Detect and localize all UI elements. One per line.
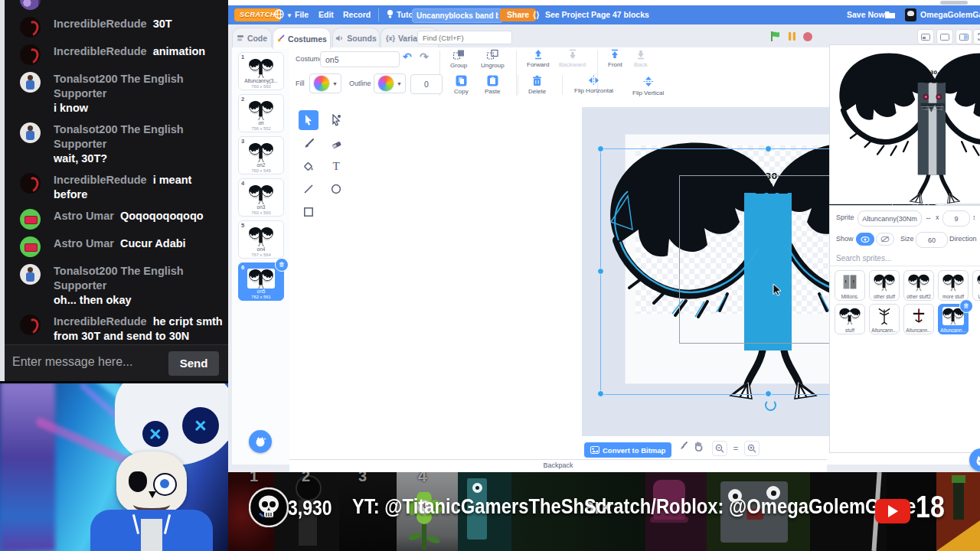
costume-name-input[interactable] (320, 51, 400, 67)
tab-code[interactable]: Code (232, 28, 272, 48)
selection-handle[interactable] (765, 145, 772, 152)
delete-button[interactable]: Delete (528, 75, 546, 95)
stage-preview[interactable] (829, 44, 980, 204)
back-button[interactable]: Back (634, 49, 648, 68)
avatar[interactable] (20, 236, 41, 257)
see-project-page-link[interactable]: See Project Page (545, 5, 610, 24)
send-button[interactable]: Send (168, 351, 219, 376)
costume-item-selected[interactable]: 6 on5 762 x 561 🗑 (238, 262, 284, 301)
user-avatar[interactable] (905, 8, 916, 21)
chat-username[interactable]: IncredibleRedude (54, 174, 147, 186)
selection-handle[interactable] (597, 390, 604, 397)
chat-username[interactable]: Tonalsot200 The English Supporter (54, 73, 184, 99)
avatar[interactable] (20, 173, 41, 194)
avatar[interactable] (20, 264, 41, 285)
sprite-card[interactable]: more stuff (938, 270, 969, 301)
canvas-pan-tools[interactable] (678, 441, 704, 452)
chat-message-list[interactable]: NoohLolis that a tiktok filter Incredibl… (5, 0, 228, 350)
hide-sprite-button[interactable] (876, 233, 894, 246)
flip-horizontal-button[interactable]: Flip Horizontal (574, 75, 613, 94)
sprite-name-input[interactable] (858, 210, 922, 227)
avatar[interactable] (20, 17, 41, 37)
sprite-card[interactable]: other stuff (869, 270, 900, 301)
chat-username[interactable]: IncredibleRedude (54, 18, 147, 30)
convert-to-bitmap-button[interactable]: Convert to Bitmap (584, 442, 671, 458)
selection-handle[interactable] (597, 145, 604, 152)
fill-tool[interactable] (299, 156, 318, 176)
add-costume-button[interactable]: + (249, 430, 272, 453)
circle-tool[interactable] (326, 179, 346, 199)
show-sprite-button[interactable] (856, 233, 874, 246)
project-title-input[interactable] (412, 8, 503, 23)
menu-file[interactable]: File (295, 5, 309, 24)
find-input[interactable] (417, 31, 512, 44)
forward-button[interactable]: Forward (527, 49, 549, 68)
chat-username[interactable]: Astro Umar (54, 237, 114, 249)
eraser-tool[interactable] (326, 133, 346, 153)
brush-tool[interactable] (299, 133, 318, 153)
costume-item[interactable]: 3 on2 760 x 549 (238, 136, 284, 174)
tab-sounds[interactable]: Sounds (332, 28, 380, 48)
fill-color-picker[interactable]: ▼ (309, 73, 341, 93)
avatar[interactable] (20, 72, 41, 93)
menu-edit[interactable]: Edit (318, 5, 334, 24)
fullscreen-button[interactable] (973, 29, 980, 44)
costume-item[interactable]: 4 on3 760 x 560 (238, 178, 284, 217)
menu-record[interactable]: Record (343, 5, 371, 24)
sprite-card-selected[interactable]: Altuncann... 🗑 (938, 304, 969, 334)
small-stage-button[interactable] (917, 29, 934, 44)
tab-costumes[interactable]: Costumes (273, 28, 331, 49)
chat-username[interactable]: Tonalsot200 The English Supporter (54, 265, 184, 292)
sprite-card[interactable]: other stuff2 (903, 270, 934, 301)
x-input[interactable] (942, 210, 970, 227)
outline-color-picker[interactable]: ▼ (374, 73, 406, 93)
sprite-card[interactable]: Altuncann... (869, 304, 900, 334)
account-menu[interactable]: OmegaGolemGame▼ (920, 5, 980, 24)
share-button[interactable]: Share (500, 8, 536, 21)
stop-icon[interactable] (802, 31, 813, 42)
flip-vertical-button[interactable]: Flip Vertical (632, 75, 664, 96)
pause-icon[interactable] (788, 31, 796, 41)
outline-width-input[interactable] (410, 74, 443, 94)
sprite-card[interactable]: stuff (835, 304, 865, 334)
costume-item[interactable]: 2 on 756 x 552 (238, 94, 284, 132)
backpack-bar[interactable]: Backpack (289, 459, 827, 472)
avatar[interactable] (20, 122, 41, 143)
scrollbar-nub[interactable] (940, 1, 968, 5)
search-sprites-input[interactable]: Search sprites... (830, 252, 980, 266)
size-input[interactable] (916, 232, 948, 248)
front-button[interactable]: Front (608, 49, 622, 68)
zoom-reset-button[interactable]: = (730, 444, 741, 453)
rectangle-tool[interactable] (299, 202, 318, 222)
sprite-card[interactable]: Millions. (835, 270, 865, 301)
zoom-in-button[interactable] (744, 441, 760, 456)
large-stage-button[interactable] (956, 29, 972, 44)
selection-handle[interactable] (597, 268, 604, 275)
sprite-card[interactable]: Uncanny (972, 270, 980, 301)
zoom-out-button[interactable] (712, 441, 727, 456)
undo-icon[interactable]: ↶ (403, 51, 412, 63)
delete-sprite-badge[interactable]: 🗑 (959, 299, 973, 313)
avatar[interactable] (20, 209, 41, 230)
chat-username[interactable]: NoohLol (54, 0, 99, 2)
green-flag-icon[interactable] (770, 31, 782, 42)
avatar[interactable] (20, 44, 41, 65)
chat-username[interactable]: IncredibleRedude (54, 315, 147, 328)
group-button[interactable]: Group (450, 49, 467, 69)
chat-message-input[interactable]: Enter message here... (12, 355, 132, 369)
select-tool[interactable] (299, 110, 318, 130)
save-now-button[interactable]: Save Now (847, 5, 885, 24)
selection-handle[interactable] (765, 390, 772, 397)
rotation-handle[interactable] (765, 399, 776, 411)
delete-costume-badge[interactable]: 🗑 (275, 258, 289, 272)
chat-scrollbar[interactable] (0, 0, 5, 381)
costume-item[interactable]: 1 Altuncanny(3... 760 x 560 (238, 52, 284, 90)
backward-button[interactable]: Backward (559, 49, 586, 68)
costume-item[interactable]: 5 on4 767 x 564 (238, 220, 284, 259)
chat-username[interactable]: IncredibleRedude (54, 45, 147, 57)
reshape-tool[interactable] (326, 110, 346, 130)
language-menu[interactable]: ▼ (274, 5, 292, 24)
sprite-card[interactable]: Altuncann... (903, 304, 934, 334)
folder-icon[interactable] (884, 5, 896, 24)
avatar[interactable] (20, 0, 41, 10)
